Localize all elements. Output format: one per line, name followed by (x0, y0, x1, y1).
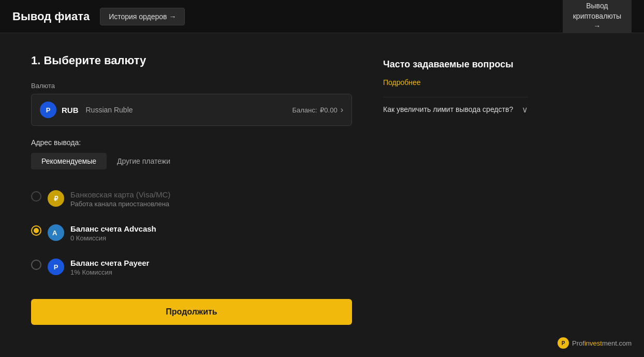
payment-info-advcash: Баланс счета Advcash 0 Комиссия (70, 224, 156, 242)
payment-option-visa[interactable]: ₽ Банковская карта (Visa/MC) Работа кана… (31, 182, 352, 216)
header-left: Вывод фиата История ордеров → (12, 8, 185, 25)
advcash-name: Баланс счета Advcash (70, 224, 156, 233)
tab-other-payments[interactable]: Другие платежи (107, 153, 181, 169)
advcash-icon: A (48, 224, 64, 241)
continue-button[interactable]: Продолжить (31, 299, 352, 325)
payment-info-visa: Банковская карта (Visa/MC) Работа канала… (70, 190, 170, 208)
currency-balance: Баланс: ₽0.00 › (292, 105, 343, 115)
footer-logo: P (558, 337, 569, 349)
order-history-button[interactable]: История ордеров → (100, 8, 185, 25)
chevron-down-icon: ∨ (522, 105, 528, 115)
tabs: Рекомендуемые Другие платежи (31, 153, 352, 169)
faq-item-0[interactable]: Как увеличить лимит вывода средств? ∨ (383, 97, 528, 122)
currency-name: Russian Ruble (86, 106, 133, 114)
tab-recommended[interactable]: Рекомендуемые (31, 153, 107, 169)
payment-options: ₽ Банковская карта (Visa/MC) Работа кана… (31, 182, 352, 284)
faq-question-0: Как увеличить лимит вывода средств? (383, 105, 517, 115)
address-label: Адрес вывода: (31, 138, 352, 147)
faq-title: Часто задаваемые вопросы (383, 59, 528, 70)
header: Вывод фиата История ордеров → Вывод крип… (0, 0, 644, 33)
step-title: 1. Выберите валюту (31, 54, 352, 67)
currency-selector[interactable]: P RUB Russian Ruble Баланс: ₽0.00 › (31, 94, 352, 126)
payeer-commission: 1% Комиссия (70, 268, 149, 276)
visa-sub: Работа канала приостановлена (70, 200, 170, 208)
payment-option-payeer[interactable]: P Баланс счета Payeer 1% Комиссия (31, 250, 352, 284)
chevron-right-icon: › (341, 105, 343, 115)
currency-icon: P (40, 102, 56, 118)
left-panel: 1. Выберите валюту Валюта P RUB Russian … (31, 54, 352, 325)
crypto-withdraw-button[interactable]: Вывод криптовалюты → (563, 0, 632, 33)
currency-code: RUB (62, 106, 79, 115)
payment-info-payeer: Баланс счета Payeer 1% Комиссия (70, 259, 149, 276)
faq-link[interactable]: Подробнее (383, 78, 528, 87)
radio-payeer[interactable] (31, 260, 41, 270)
advcash-commission: 0 Комиссия (70, 234, 156, 242)
visa-icon: ₽ (48, 190, 64, 207)
currency-label: Валюта (31, 82, 352, 90)
footer-brand: Profinvestment.com (572, 339, 632, 347)
visa-name: Банковская карта (Visa/MC) (70, 190, 170, 199)
page-title: Вывод фиата (12, 10, 90, 23)
payeer-icon: P (48, 259, 64, 275)
radio-visa[interactable] (31, 191, 41, 202)
footer: P Profinvestment.com (558, 337, 632, 349)
right-panel: Часто задаваемые вопросы Подробнее Как у… (383, 54, 528, 325)
svg-text:A: A (52, 229, 57, 237)
currency-left: P RUB Russian Ruble (40, 102, 133, 118)
main-content: 1. Выберите валюту Валюта P RUB Russian … (0, 33, 644, 346)
payeer-name: Баланс счета Payeer (70, 259, 149, 267)
radio-advcash[interactable] (31, 225, 41, 236)
payment-option-advcash[interactable]: A Баланс счета Advcash 0 Комиссия (31, 216, 352, 250)
